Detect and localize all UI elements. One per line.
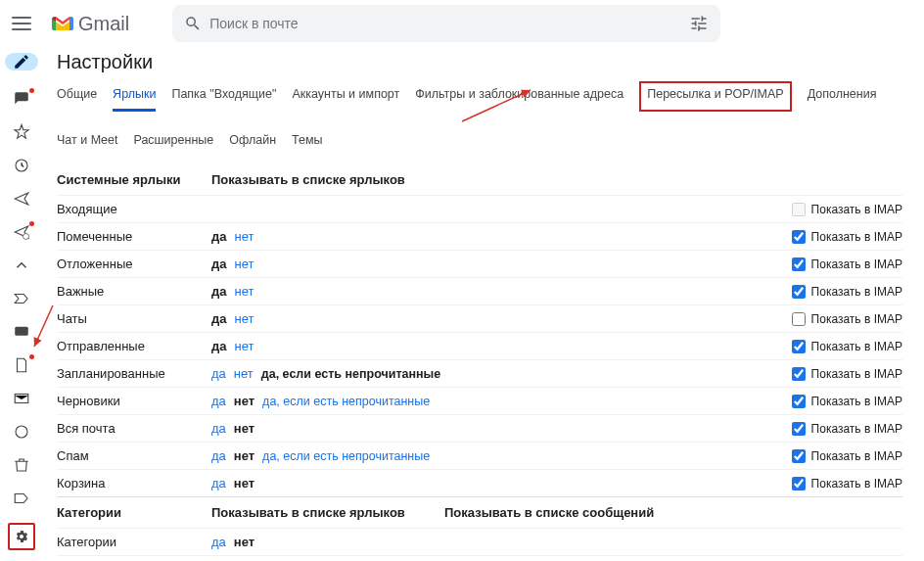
system-row: КорзинаданетПоказать в IMAP: [57, 469, 902, 496]
option-if-unread[interactable]: да, если есть непрочитанные: [262, 449, 430, 463]
show-options: данет: [211, 476, 444, 491]
tab-addons[interactable]: Дополнения: [808, 81, 877, 112]
imap-cell: Показать в IMAP: [444, 230, 902, 244]
option-if-unread[interactable]: да, если есть непрочитанные: [261, 367, 440, 381]
tab-labels[interactable]: Ярлыки: [113, 81, 156, 112]
page-title: Настройки: [57, 51, 902, 73]
show-options: данетда, если есть непрочитанные: [211, 366, 444, 381]
option-yes[interactable]: да: [211, 284, 226, 299]
tab-fwd[interactable]: Пересылка и POP/IMAP: [639, 81, 791, 112]
imap-label: Показать в IMAP: [811, 367, 902, 381]
main-menu-button[interactable]: [10, 12, 33, 35]
star-icon[interactable]: [13, 123, 30, 141]
all-mail-icon[interactable]: [13, 390, 30, 407]
imap-checkbox[interactable]: [792, 422, 806, 436]
show-options: данетда, если есть непрочитанные: [211, 448, 444, 463]
trash-icon[interactable]: [13, 456, 30, 474]
option-yes[interactable]: да: [211, 311, 226, 326]
imap-checkbox[interactable]: [792, 367, 806, 381]
svg-rect-2: [15, 327, 28, 336]
tune-icon[interactable]: [689, 14, 709, 33]
category-name: Категории: [57, 535, 211, 549]
option-yes[interactable]: да: [211, 448, 226, 463]
option-if-unread[interactable]: да, если есть непрочитанные: [262, 395, 430, 408]
manage-labels-highlighted[interactable]: [8, 523, 35, 550]
option-yes[interactable]: да: [211, 366, 226, 381]
snoozed-icon[interactable]: [13, 157, 30, 174]
imap-checkbox[interactable]: [792, 340, 806, 353]
show-options: данет: [211, 311, 444, 326]
important-icon[interactable]: [13, 290, 30, 307]
imap-checkbox[interactable]: [792, 477, 806, 491]
col-header-show: Показывать в списке ярлыков: [211, 172, 444, 187]
system-row: ВажныеданетПоказать в IMAP: [57, 277, 902, 304]
option-no[interactable]: нет: [234, 394, 254, 408]
show-options: данетда, если есть непрочитанные: [211, 394, 444, 408]
option-no[interactable]: нет: [234, 366, 254, 381]
option-no[interactable]: нет: [234, 421, 254, 436]
option-no[interactable]: нет: [234, 535, 254, 549]
search-input[interactable]: [202, 16, 689, 31]
option-yes[interactable]: да: [211, 339, 226, 353]
tab-chat[interactable]: Чат и Meet: [57, 127, 117, 155]
tab-accounts[interactable]: Аккаунты и импорт: [292, 81, 399, 112]
svg-point-1: [23, 234, 29, 240]
tab-themes[interactable]: Темы: [292, 127, 322, 155]
imap-label: Показать в IMAP: [811, 477, 902, 491]
option-no[interactable]: нет: [234, 284, 254, 299]
option-no[interactable]: нет: [234, 339, 254, 353]
imap-checkbox[interactable]: [792, 257, 806, 271]
label-name: Входящие: [57, 202, 211, 216]
label-name: Спам: [57, 448, 211, 463]
sent-icon[interactable]: [13, 190, 30, 208]
tab-advanced[interactable]: Расширенные: [133, 127, 213, 155]
imap-checkbox[interactable]: [792, 395, 806, 408]
imap-cell: Показать в IMAP: [444, 257, 902, 271]
search-bar[interactable]: [172, 5, 720, 42]
option-no[interactable]: нет: [234, 257, 254, 271]
inbox-icon[interactable]: [13, 90, 30, 108]
label-name: Вся почта: [57, 421, 211, 436]
gmail-logo: Gmail: [51, 12, 129, 35]
option-no[interactable]: нет: [234, 311, 254, 326]
option-yes[interactable]: да: [211, 257, 226, 271]
system-row: ЧатыданетПоказать в IMAP: [57, 304, 902, 332]
imap-label: Показать в IMAP: [811, 395, 902, 408]
option-no[interactable]: нет: [234, 229, 254, 244]
settings-content: Настройки ОбщиеЯрлыкиПапка "Входящие"Акк…: [43, 47, 924, 561]
show-options: данет: [211, 339, 444, 353]
chevron-up-icon[interactable]: [13, 257, 30, 274]
label-icon[interactable]: [13, 490, 30, 507]
app-name: Gmail: [78, 13, 129, 35]
tab-general[interactable]: Общие: [57, 81, 97, 112]
imap-checkbox[interactable]: [792, 230, 806, 244]
imap-label: Показать в IMAP: [811, 285, 902, 299]
tab-inbox[interactable]: Папка "Входящие": [171, 81, 276, 112]
col-header-msg: Показывать в списке сообщений: [444, 505, 679, 520]
imap-checkbox[interactable]: [792, 285, 806, 299]
imap-checkbox[interactable]: [792, 312, 806, 326]
option-yes[interactable]: да: [211, 394, 226, 408]
system-row: Спамданетда, если есть непрочитанныеПока…: [57, 442, 902, 469]
option-no[interactable]: нет: [234, 476, 254, 491]
compose-button[interactable]: [5, 53, 38, 70]
clock-icon[interactable]: [13, 423, 30, 441]
system-row: ОтправленныеданетПоказать в IMAP: [57, 332, 902, 359]
label-name: Корзина: [57, 476, 211, 491]
imap-cell: Показать в IMAP: [444, 340, 902, 353]
col-header-categories: Категории: [57, 505, 211, 520]
option-yes[interactable]: да: [211, 476, 226, 491]
system-row: ПомеченныеданетПоказать в IMAP: [57, 222, 902, 250]
drafts-icon[interactable]: [13, 356, 30, 374]
option-yes[interactable]: да: [211, 229, 226, 244]
imap-checkbox[interactable]: [792, 449, 806, 463]
chats-icon[interactable]: [13, 323, 30, 341]
tab-filters[interactable]: Фильтры и заблокированные адреса: [415, 81, 624, 112]
scheduled-icon[interactable]: [13, 223, 30, 241]
tab-offline[interactable]: Офлайн: [229, 127, 276, 155]
option-yes[interactable]: да: [211, 421, 226, 436]
option-yes[interactable]: да: [211, 535, 226, 549]
gear-icon: [14, 529, 29, 544]
label-name: Чаты: [57, 311, 211, 326]
option-no[interactable]: нет: [234, 448, 254, 463]
